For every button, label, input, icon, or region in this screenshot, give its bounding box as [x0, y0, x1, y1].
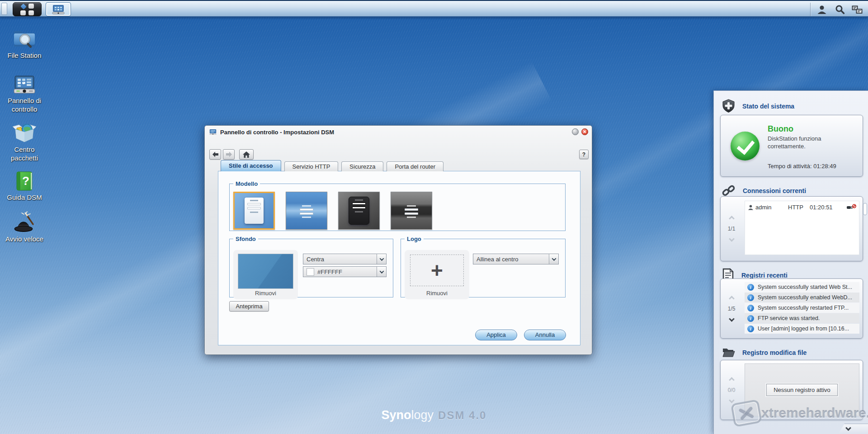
- connections-header: Connessioni correnti: [722, 184, 806, 198]
- logo-preview-card: + Rimuovi: [405, 250, 469, 299]
- sidebar-collapse-button[interactable]: [828, 424, 868, 434]
- login-band-preview: [401, 203, 422, 218]
- back-button[interactable]: [209, 149, 221, 160]
- connection-row: admin HTTP 01:20:51: [745, 201, 859, 213]
- brand-version: DSM 4.0: [438, 409, 486, 421]
- tab-servizio-http[interactable]: Servizio HTTP: [284, 161, 339, 171]
- template-legend: Modello: [233, 180, 260, 187]
- search-icon: [835, 5, 845, 14]
- app-grid-icon: [20, 4, 34, 15]
- template-thumbnail-dark-card[interactable]: [338, 192, 380, 230]
- background-color-select[interactable]: #FFFFFF: [303, 266, 387, 277]
- desktop-icon-package-center[interactable]: Centro pacchetti: [3, 122, 46, 163]
- preview-button[interactable]: Anteprima: [229, 301, 269, 311]
- show-desktop-button[interactable]: [1, 3, 7, 15]
- log-text: FTP service was started.: [758, 315, 820, 321]
- apply-button[interactable]: Applica: [475, 330, 517, 340]
- background-position-select[interactable]: Centra: [303, 254, 387, 264]
- info-icon: [747, 315, 754, 322]
- connections-pager: 1/1: [721, 197, 742, 261]
- svg-text:?: ?: [22, 174, 29, 188]
- widget-title: Connessioni correnti: [743, 187, 806, 194]
- tab-sicurezza[interactable]: Sicurezza: [341, 161, 383, 171]
- log-text: User [admin] logged in from [10.16...: [758, 326, 849, 332]
- help-button[interactable]: ?: [579, 150, 589, 159]
- logo-section: Logo + Rimuovi Allinea al centro: [401, 236, 566, 297]
- window-titlebar[interactable]: Pannello di controllo - Impostazioni DSM: [205, 126, 592, 138]
- disconnect-icon[interactable]: [846, 204, 856, 211]
- status-description: DiskStation funziona correttamente.: [768, 135, 854, 151]
- logo-upload-dropzone[interactable]: +: [410, 255, 464, 286]
- login-card-preview: [349, 197, 369, 225]
- link-icon: [722, 184, 736, 198]
- watermark: xtremehardware.com: [732, 401, 868, 425]
- desktop-icon-file-station[interactable]: File Station: [3, 28, 46, 60]
- window-title: Pannello di controllo - Impostazioni DSM: [220, 129, 334, 136]
- pager-down-icon[interactable]: [729, 316, 735, 322]
- plus-icon: +: [431, 261, 443, 279]
- user-menu-button[interactable]: [816, 4, 827, 15]
- close-icon[interactable]: [581, 128, 588, 135]
- main-menu-button[interactable]: [13, 2, 42, 16]
- login-band-preview: [296, 203, 317, 218]
- log-text: System successfully started Web St...: [758, 284, 852, 290]
- no-active-log-badge: Nessun registro attivo: [766, 384, 838, 396]
- widget-sidebar: Stato del sistema Buono DiskStation funz…: [713, 90, 868, 434]
- recent-logs-card: 1/5 System successfully started Web St..…: [720, 278, 863, 339]
- minimize-button[interactable]: [572, 128, 579, 135]
- info-icon: [747, 294, 754, 301]
- search-button[interactable]: [835, 4, 845, 15]
- pager-count: 1/1: [728, 226, 736, 232]
- dsm-branding: SynologyDSM 4.0: [382, 408, 487, 422]
- taskbar-divider: [810, 3, 811, 16]
- connection-user: admin: [754, 204, 788, 211]
- window-icon: [209, 128, 217, 136]
- widget-title: Registri recenti: [741, 272, 788, 279]
- background-image-preview[interactable]: [238, 254, 293, 289]
- tab-content: Modello Sfondo: [218, 171, 580, 345]
- background-section: Sfondo Rimuovi Centra #FFFFFF: [229, 236, 393, 297]
- log-row: System successfully restarted FTP...: [745, 303, 859, 313]
- chevron-down-icon: [549, 254, 558, 264]
- tab-bar: Stile di accesso Servizio HTTP Sicurezza…: [218, 160, 443, 171]
- connections-list: admin HTTP 01:20:51: [745, 201, 859, 255]
- pager-up-icon[interactable]: [729, 216, 735, 222]
- log-row: User [admin] logged in from [10.16...: [745, 324, 859, 334]
- pager-up-icon[interactable]: [729, 296, 735, 302]
- home-button[interactable]: [239, 149, 254, 160]
- file-log-header: Registro modifica file: [722, 347, 807, 358]
- logo-align-select[interactable]: Allinea al centro: [473, 254, 559, 264]
- system-status-card: Buono DiskStation funziona correttamente…: [720, 115, 863, 177]
- widget-title: Stato del sistema: [742, 103, 794, 110]
- info-icon: [747, 326, 754, 332]
- logo-legend: Logo: [405, 236, 424, 242]
- control-panel-task-icon: [52, 4, 65, 15]
- widget-title: Registro modifica file: [742, 349, 807, 356]
- background-remove-button[interactable]: Rimuovi: [233, 290, 298, 297]
- template-thumbnail-dark-band[interactable]: [391, 192, 432, 230]
- desktop-icon-control-panel[interactable]: Pannello di controllo: [3, 75, 46, 114]
- magic-hat-icon: [3, 211, 46, 233]
- logs-list: System successfully started Web St... Sy…: [745, 282, 859, 335]
- template-section: Modello: [229, 180, 566, 231]
- desktop-screen: File Station Pannello di controllo: [0, 0, 868, 434]
- tab-stile-di-accesso[interactable]: Stile di accesso: [221, 160, 281, 171]
- taskbar-item-control-panel[interactable]: [46, 2, 71, 16]
- pager-down-icon[interactable]: [729, 236, 735, 242]
- sidebar-scrollbar[interactable]: [863, 203, 867, 215]
- cancel-button[interactable]: Annulla: [524, 330, 566, 340]
- login-card-preview: [245, 198, 264, 224]
- template-thumbnail-blue-band[interactable]: [286, 192, 327, 230]
- template-thumbnail-blue-card[interactable]: [233, 192, 275, 230]
- forward-button[interactable]: [223, 149, 235, 160]
- green-book-help-icon: ?: [3, 171, 46, 192]
- logo-remove-button[interactable]: Rimuovi: [405, 290, 469, 297]
- pilot-view-button[interactable]: [852, 4, 863, 15]
- status-ok-icon: [731, 132, 760, 160]
- tab-porta-del-router[interactable]: Porta del router: [387, 161, 443, 171]
- desktop-icon-dsm-help[interactable]: ? Guida DSM: [3, 171, 46, 202]
- pager-count: 1/5: [728, 306, 736, 312]
- pager-up-icon: [729, 377, 735, 383]
- forward-arrow-icon: [226, 151, 232, 157]
- desktop-icon-quick-start[interactable]: Avvio veloce: [3, 211, 46, 244]
